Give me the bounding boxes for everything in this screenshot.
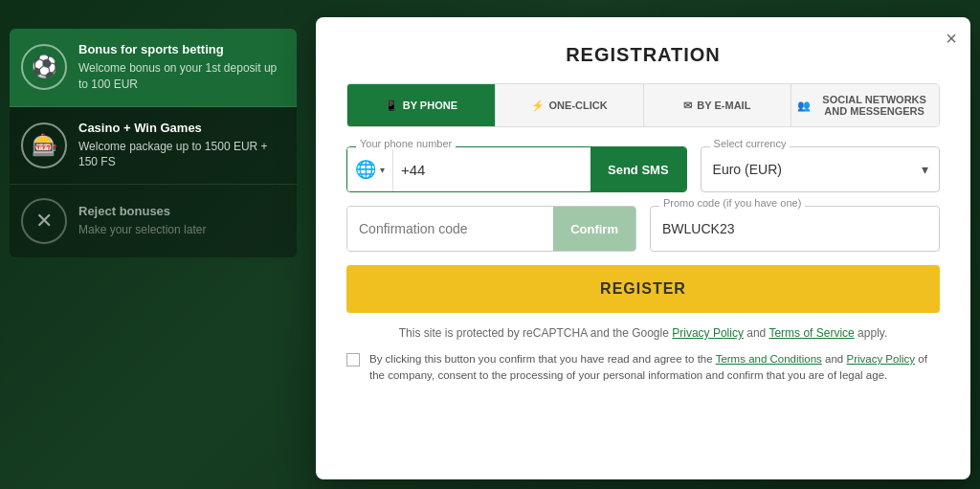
email-tab-icon: ✉ (683, 100, 692, 112)
casino-icon: 🎰 (21, 122, 67, 168)
captcha-and: and (746, 326, 766, 340)
confirmation-field-group: Confirm (346, 206, 636, 252)
modal-title: REGISTRATION (346, 44, 940, 66)
phone-tab-label: BY PHONE (403, 100, 457, 111)
phone-field-group: Your phone number 🌐 ▾ Send SMS (346, 146, 687, 192)
social-tab-label: SOCIAL NETWORKS AND MESSENGERS (815, 94, 933, 117)
sports-icon: ⚽ (21, 44, 67, 90)
confirmation-input-wrapper: Confirm (346, 206, 636, 252)
captcha-text-start: This site is protected by reCAPTCHA and … (399, 326, 669, 340)
terms-and: and (825, 353, 843, 365)
casino-win-desc: Welcome package up to 1500 EUR + 150 FS (78, 139, 285, 171)
tab-by-phone[interactable]: 📱 BY PHONE (347, 84, 496, 126)
reject-bonus-item[interactable]: ✕ Reject bonuses Make your selection lat… (10, 185, 297, 257)
reject-bonus-text: Reject bonuses Make your selection later (78, 204, 206, 238)
one-click-tab-icon: ⚡ (531, 100, 545, 112)
send-sms-button[interactable]: Send SMS (590, 147, 686, 191)
phone-field-label: Your phone number (356, 138, 456, 149)
terms-conditions-link[interactable]: Terms and Conditions (716, 353, 822, 365)
phone-tab-icon: 📱 (385, 100, 398, 112)
flag-emoji: 🌐 (355, 159, 376, 180)
confirm-promo-row: Confirm Promo code (if you have one) (346, 206, 940, 252)
terms-of-service-link[interactable]: Terms of Service (768, 326, 854, 340)
currency-select[interactable]: Euro (EUR) USD (USD) GBP (GBP) (701, 146, 940, 192)
registration-tabs: 📱 BY PHONE ⚡ ONE-CLICK ✉ BY E-MAIL 👥 SOC… (346, 83, 940, 127)
bonus-sidebar: ⚽ Bonus for sports betting Welcome bonus… (10, 29, 297, 257)
reject-bonus-desc: Make your selection later (78, 222, 206, 238)
confirmation-code-input[interactable] (347, 207, 553, 251)
terms-text: By clicking this button you confirm that… (369, 351, 940, 385)
bonus-sports-desc: Welcome bonus on your 1st deposit up to … (78, 60, 285, 93)
captcha-notice: This site is protected by reCAPTCHA and … (346, 326, 940, 340)
reject-icon: ✕ (21, 198, 67, 244)
bonus-sports-title: Bonus for sports betting (78, 42, 285, 56)
currency-field-group: Select currency Euro (EUR) USD (USD) GBP… (701, 146, 940, 192)
social-tab-icon: 👥 (797, 100, 811, 112)
casino-win-title: Casino + Win Games (78, 121, 285, 135)
phone-currency-row: Your phone number 🌐 ▾ Send SMS Select cu… (346, 146, 940, 192)
email-tab-label: BY E-MAIL (697, 100, 750, 111)
promo-field-group: Promo code (if you have one) (650, 206, 940, 252)
registration-modal: × REGISTRATION 📱 BY PHONE ⚡ ONE-CLICK ✉ … (316, 17, 970, 479)
phone-number-input[interactable] (393, 147, 590, 191)
tab-social[interactable]: 👥 SOCIAL NETWORKS AND MESSENGERS (791, 84, 939, 126)
close-button[interactable]: × (946, 29, 957, 48)
country-flag-selector[interactable]: 🌐 ▾ (347, 147, 393, 191)
register-button[interactable]: REGISTER (346, 265, 940, 313)
bonus-sports-text: Bonus for sports betting Welcome bonus o… (78, 42, 285, 93)
confirm-button[interactable]: Confirm (553, 207, 635, 251)
privacy-policy-link[interactable]: Privacy Policy (672, 326, 744, 340)
casino-win-text: Casino + Win Games Welcome package up to… (78, 121, 285, 171)
casino-win-item[interactable]: 🎰 Casino + Win Games Welcome package up … (10, 107, 297, 186)
tab-one-click[interactable]: ⚡ ONE-CLICK (496, 84, 644, 126)
one-click-tab-label: ONE-CLICK (549, 100, 608, 111)
phone-input-wrapper: 🌐 ▾ Send SMS (346, 146, 687, 192)
currency-field-label: Select currency (710, 138, 791, 149)
terms-privacy-link[interactable]: Privacy Policy (846, 353, 915, 365)
terms-row: By clicking this button you confirm that… (346, 351, 940, 385)
terms-checkbox[interactable] (346, 353, 360, 367)
captcha-apply: apply. (858, 326, 887, 340)
terms-text-start: By clicking this button you confirm that… (369, 353, 713, 365)
bonus-sports-item[interactable]: ⚽ Bonus for sports betting Welcome bonus… (10, 29, 297, 107)
promo-field-label: Promo code (if you have one) (659, 197, 805, 209)
flag-chevron-icon: ▾ (380, 165, 385, 175)
tab-by-email[interactable]: ✉ BY E-MAIL (644, 84, 792, 126)
reject-bonus-title: Reject bonuses (78, 204, 206, 218)
promo-code-input[interactable] (650, 206, 940, 252)
